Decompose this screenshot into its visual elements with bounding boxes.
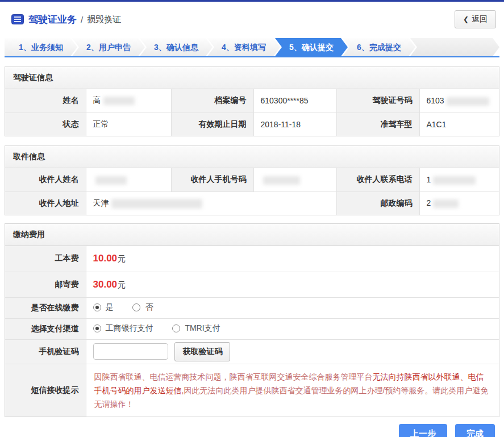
radio-checked-icon — [93, 324, 101, 332]
section-title: 缴纳费用 — [5, 224, 499, 246]
table-row: 状态 正常 有效期止日期 2018-11-18 准驾车型 A1C1 — [5, 113, 499, 136]
step-label: 2、用户申告 — [86, 43, 131, 52]
field-label: 档案编号 — [171, 89, 253, 113]
field-online-payment-options: 是 否 — [86, 297, 499, 318]
field-label: 驾驶证号码 — [336, 89, 419, 113]
fee-unit: 元 — [118, 280, 126, 289]
cell-text: 6103 — [427, 96, 444, 105]
field-label: 短信接收提示 — [5, 364, 86, 417]
redacted-value — [433, 199, 459, 208]
section-title: 取件信息 — [5, 146, 499, 168]
cell-text: 正常 — [93, 119, 109, 128]
redacted-value — [111, 199, 202, 209]
radio-channel-tmri[interactable]: TMRI支付 — [172, 323, 220, 334]
field-value-status: 正常 — [86, 113, 171, 136]
cell-text: A1C1 — [427, 120, 447, 129]
field-value-postal-code: 2 — [419, 192, 499, 215]
list-icon — [11, 14, 24, 24]
payment-table: 工本费 10.00元 邮寄费 30.00元 是否在线缴费 是 否 选择支付渠道 … — [5, 246, 499, 417]
section-title: 驾驶证信息 — [5, 67, 499, 89]
radio-channel-icbc[interactable]: 工商银行支付 — [93, 323, 153, 334]
field-label: 邮寄费 — [5, 272, 86, 297]
redacted-value — [95, 176, 127, 185]
back-button-label: 返回 — [472, 14, 488, 24]
previous-step-button[interactable]: 上一步 — [399, 424, 447, 437]
table-row: 是否在线缴费 是 否 — [5, 297, 499, 318]
breadcrumb-separator: / — [81, 15, 83, 24]
step-2-user-declaration[interactable]: 2、用户申告 — [72, 38, 145, 56]
radio-online-yes[interactable]: 是 — [93, 302, 114, 313]
table-row: 收件人姓名 收件人手机号码 收件人联系电话 1 — [5, 168, 499, 192]
field-label: 选择支付渠道 — [5, 318, 86, 339]
field-label: 手机验证码 — [5, 339, 86, 364]
sms-notice-text: 因陕西省联通、电信运营商技术问题，陕西省互联网交通安全综合服务管理平台无法向持陕… — [86, 364, 499, 417]
field-value-recipient-mobile — [253, 168, 336, 192]
field-label: 邮政编码 — [336, 192, 419, 215]
sms-code-input[interactable] — [93, 343, 168, 360]
step-label: 1、业务须知 — [19, 43, 63, 52]
table-row: 收件人地址 天津 邮政编码 2 — [5, 192, 499, 215]
field-label: 状态 — [5, 113, 86, 136]
redacted-value — [433, 176, 476, 185]
cell-text: 1 — [427, 175, 431, 184]
redacted-value — [103, 97, 135, 105]
bottom-actions: 上一步 完成 — [9, 424, 495, 437]
step-wizard: 1、业务须知 2、用户申告 3、确认信息 4、资料填写 5、确认提交 6、完成提… — [5, 38, 499, 57]
step-1-business-notes[interactable]: 1、业务须知 — [5, 38, 77, 56]
license-info-table: 姓名 高 档案编号 610300****85 驾驶证号码 6103 状态 正常 … — [5, 89, 499, 136]
radio-label: TMRI支付 — [185, 323, 220, 334]
table-row: 姓名 高 档案编号 610300****85 驾驶证号码 6103 — [5, 89, 499, 113]
chevron-left-icon: ❮ — [463, 15, 469, 23]
redacted-value — [263, 176, 300, 185]
field-payment-channel-options: 工商银行支付 TMRI支付 — [86, 318, 499, 339]
field-value-mailing-fee: 30.00元 — [86, 272, 499, 297]
field-label: 有效期止日期 — [171, 113, 253, 136]
cell-text: 高 — [93, 95, 101, 105]
step-bar-filler — [410, 38, 499, 56]
section-payment-fees: 缴纳费用 工本费 10.00元 邮寄费 30.00元 是否在线缴费 是 否 选择… — [5, 223, 499, 417]
step-label: 5、确认提交 — [289, 43, 334, 52]
table-row: 工本费 10.00元 — [5, 246, 499, 272]
field-label: 工本费 — [5, 246, 86, 272]
cell-text: 2018-11-18 — [261, 120, 301, 129]
section-pickup-info: 取件信息 收件人姓名 收件人手机号码 收件人联系电话 1 收件人地址 天津 邮政… — [5, 145, 499, 215]
table-row: 短信接收提示 因陕西省联通、电信运营商技术问题，陕西省互联网交通安全综合服务管理… — [5, 364, 499, 417]
field-value-production-fee: 10.00元 — [86, 246, 499, 272]
field-value-recipient-name — [86, 168, 171, 192]
cell-text: 610300****85 — [261, 96, 309, 105]
table-row: 选择支付渠道 工商银行支付 TMRI支付 — [5, 318, 499, 339]
notice-part-1: 因陕西省联通、电信运营商技术问题，陕西省互联网交通安全综合服务管理平台 — [94, 372, 373, 381]
field-sms-captcha: 获取验证码 — [86, 339, 499, 364]
step-4-fill-info[interactable]: 4、资料填写 — [207, 38, 280, 56]
field-value-vehicle-class: A1C1 — [419, 113, 499, 136]
radio-unchecked-icon — [172, 324, 180, 332]
redacted-value — [447, 97, 489, 106]
step-label: 3、确认信息 — [154, 43, 198, 52]
radio-unchecked-icon — [132, 303, 140, 311]
fee-unit: 元 — [118, 254, 126, 263]
page: 驾驶证业务 / 损毁换证 ❮ 返回 1、业务须知 2、用户申告 3、确认信息 4… — [0, 0, 504, 437]
fee-amount: 10.00 — [93, 253, 118, 264]
cell-text: 2 — [427, 198, 431, 207]
step-5-confirm-submit[interactable]: 5、确认提交 — [275, 38, 348, 56]
pickup-info-table: 收件人姓名 收件人手机号码 收件人联系电话 1 收件人地址 天津 邮政编码 2 — [5, 168, 499, 215]
field-label: 准驾车型 — [336, 113, 419, 136]
finish-button[interactable]: 完成 — [455, 424, 495, 437]
header: 驾驶证业务 / 损毁换证 ❮ 返回 — [0, 2, 504, 36]
fee-amount: 30.00 — [93, 279, 118, 290]
field-label: 收件人联系电话 — [336, 168, 419, 192]
step-3-confirm-info[interactable]: 3、确认信息 — [140, 38, 213, 56]
radio-label: 工商银行支付 — [106, 323, 153, 334]
radio-label: 否 — [145, 302, 153, 313]
field-value-recipient-phone: 1 — [419, 168, 499, 192]
radio-online-no[interactable]: 否 — [132, 302, 153, 313]
field-value-license-number: 6103 — [419, 89, 499, 113]
field-value-recipient-address: 天津 — [86, 192, 336, 215]
field-label: 是否在线缴费 — [5, 297, 86, 318]
get-sms-code-button[interactable]: 获取验证码 — [174, 342, 230, 361]
field-label: 收件人地址 — [5, 192, 86, 215]
field-value-name: 高 — [86, 89, 171, 113]
step-6-complete-submit[interactable]: 6、完成提交 — [343, 38, 415, 56]
field-label: 姓名 — [5, 89, 86, 113]
back-button[interactable]: ❮ 返回 — [455, 10, 496, 28]
